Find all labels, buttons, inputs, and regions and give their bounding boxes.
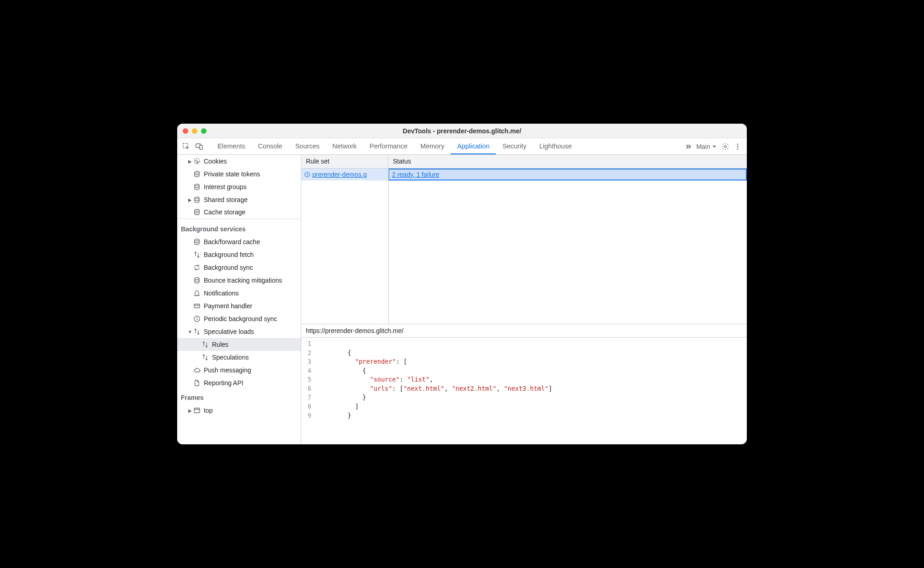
- tab-application[interactable]: Application: [451, 138, 496, 154]
- svg-point-13: [195, 197, 199, 199]
- device-toolbar-icon[interactable]: [193, 140, 206, 153]
- bell-icon: [193, 289, 201, 297]
- code-line: 7 }: [301, 393, 747, 402]
- tab-elements[interactable]: Elements: [211, 138, 251, 154]
- sidebar-item-background-sync[interactable]: Background sync: [177, 261, 301, 274]
- sidebar-item-label: Notifications: [204, 289, 239, 297]
- column-ruleset[interactable]: Rule set: [301, 155, 388, 168]
- code-line: 9 }: [301, 411, 747, 421]
- sidebar-item-label: Speculations: [212, 354, 249, 361]
- sidebar-item-label: Payment handler: [204, 302, 252, 310]
- tab-memory[interactable]: Memory: [414, 138, 451, 154]
- section-frames: Frames: [177, 389, 301, 404]
- frame-selector-label: Main: [696, 143, 710, 150]
- sidebar-item-label: Speculative loads: [204, 328, 254, 335]
- table-row[interactable]: prerender-demos.g 2 ready, 1 failure: [301, 169, 747, 180]
- sidebar-item-background-fetch[interactable]: Background fetch: [177, 248, 301, 261]
- svg-point-12: [195, 184, 199, 186]
- sidebar-item-label: Background sync: [204, 264, 253, 271]
- arrows-icon: [201, 340, 209, 349]
- sidebar-item-label: Back/forward cache: [204, 238, 260, 246]
- more-menu-icon[interactable]: [734, 143, 741, 150]
- svg-rect-17: [194, 304, 200, 308]
- db-icon: [193, 276, 201, 284]
- sidebar-item-label: Reporting API: [204, 379, 243, 387]
- svg-point-9: [197, 161, 198, 162]
- ruleset-link[interactable]: prerender-demos.g: [312, 171, 367, 178]
- tab-sources[interactable]: Sources: [289, 138, 326, 154]
- table-header: Rule set Status: [301, 155, 747, 169]
- code-line: 6 "urls": ["next.html", "next2.html", "n…: [301, 384, 747, 393]
- sidebar-item-label: Bounce tracking mitigations: [204, 277, 282, 284]
- frame-selector[interactable]: Main: [696, 143, 717, 150]
- sidebar-item-private-state-tokens[interactable]: Private state tokens: [177, 168, 301, 180]
- db-icon: [193, 238, 201, 246]
- sidebar-item-label: Cache storage: [204, 208, 245, 216]
- svg-rect-2: [200, 145, 202, 149]
- frame-icon: [193, 406, 201, 415]
- inspect-element-icon[interactable]: [180, 140, 193, 153]
- code-line: 1: [301, 339, 747, 349]
- chevron-down-icon: [712, 144, 717, 149]
- sidebar-item-cookies[interactable]: ▶Cookies: [177, 155, 301, 168]
- content-area: ▶CookiesPrivate state tokensInterest gro…: [177, 155, 747, 444]
- sidebar-item-push-messaging[interactable]: Push messaging: [177, 364, 301, 377]
- sidebar-item-speculative-loads[interactable]: ▼Speculative loads: [177, 325, 301, 338]
- tab-network[interactable]: Network: [326, 138, 363, 154]
- sidebar-item-rules[interactable]: Rules: [177, 338, 301, 351]
- sidebar-item-speculations[interactable]: Speculations: [177, 351, 301, 364]
- main-toolbar: ElementsConsoleSourcesNetworkPerformance…: [177, 138, 747, 155]
- db-icon: [193, 183, 201, 191]
- sidebar-item-notifications[interactable]: Notifications: [177, 287, 301, 300]
- tab-console[interactable]: Console: [251, 138, 288, 154]
- application-sidebar: ▶CookiesPrivate state tokensInterest gro…: [177, 155, 301, 444]
- sidebar-item-payment-handler[interactable]: Payment handler: [177, 300, 301, 312]
- cloud-icon: [193, 366, 201, 374]
- code-line: 5 "source": "list",: [301, 375, 747, 384]
- sidebar-item-shared-storage[interactable]: ▶Shared storage: [177, 193, 301, 206]
- sidebar-item-label: Shared storage: [204, 196, 248, 203]
- sidebar-item-label: Background fetch: [204, 251, 254, 258]
- svg-point-14: [195, 209, 199, 211]
- sidebar-item-cache-storage[interactable]: Cache storage: [177, 206, 301, 219]
- sidebar-item-periodic-background-sync[interactable]: Periodic background sync: [177, 312, 301, 325]
- db-icon: [193, 196, 201, 204]
- detail-url: https://prerender-demos.glitch.me/: [301, 324, 747, 338]
- svg-point-16: [195, 278, 199, 279]
- sidebar-item-bounce-tracking-mitigations[interactable]: Bounce tracking mitigations: [177, 274, 301, 287]
- code-line: 4 {: [301, 366, 747, 376]
- rules-table: Rule set Status prerender-demos.g 2 read…: [301, 155, 747, 324]
- clock-icon: [193, 315, 201, 323]
- panel-tabs: ElementsConsoleSourcesNetworkPerformance…: [211, 138, 685, 154]
- sidebar-item-back-forward-cache[interactable]: Back/forward cache: [177, 235, 301, 248]
- svg-point-5: [737, 146, 739, 147]
- code-line: 3 "prerender": [: [301, 357, 747, 366]
- code-line: 8 ]: [301, 402, 747, 411]
- svg-point-6: [737, 148, 739, 149]
- main-panel: Rule set Status prerender-demos.g 2 read…: [301, 155, 747, 444]
- card-icon: [193, 302, 201, 310]
- more-tabs-icon[interactable]: [685, 143, 692, 150]
- sidebar-item-label: Rules: [212, 341, 228, 348]
- sidebar-item-top[interactable]: ▶top: [177, 404, 301, 417]
- tab-security[interactable]: Security: [496, 138, 533, 154]
- settings-icon[interactable]: [721, 142, 729, 151]
- sidebar-item-label: Private state tokens: [204, 170, 260, 178]
- arrows-icon: [201, 353, 209, 361]
- tab-performance[interactable]: Performance: [363, 138, 414, 154]
- tab-lighthouse[interactable]: Lighthouse: [533, 138, 578, 154]
- db-icon: [193, 208, 201, 216]
- sidebar-item-label: Interest groups: [204, 183, 246, 191]
- svg-point-8: [196, 160, 196, 161]
- sidebar-item-interest-groups[interactable]: Interest groups: [177, 180, 301, 193]
- sidebar-item-label: Cookies: [204, 158, 227, 165]
- section-background-services: Background services: [177, 221, 301, 235]
- status-link[interactable]: 2 ready, 1 failure: [392, 171, 439, 178]
- devtools-window: DevTools - prerender-demos.glitch.me/ El…: [177, 124, 747, 444]
- svg-point-3: [724, 145, 727, 147]
- clock-icon: [304, 171, 310, 178]
- svg-rect-19: [194, 408, 200, 413]
- sidebar-item-reporting-api[interactable]: Reporting API: [177, 377, 301, 389]
- window-title: DevTools - prerender-demos.glitch.me/: [177, 127, 747, 135]
- column-status[interactable]: Status: [388, 155, 747, 168]
